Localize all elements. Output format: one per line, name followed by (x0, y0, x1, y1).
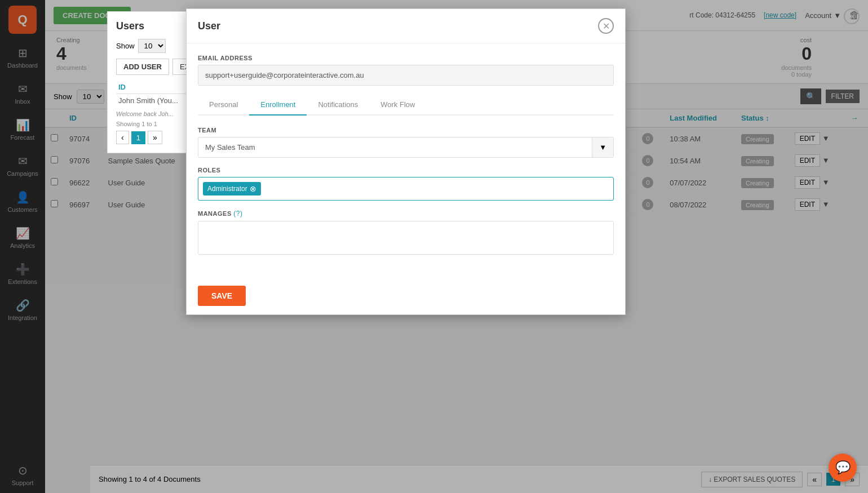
show-label: Show (116, 42, 135, 50)
team-label: TEAM (198, 127, 614, 134)
tab-notifications[interactable]: Notifications (307, 95, 369, 116)
tab-enrollment[interactable]: Enrollment (249, 95, 307, 116)
user-modal: User ✕ EMAIL ADDRESS support+userguide@c… (186, 8, 626, 315)
modal-close-button[interactable]: ✕ (598, 18, 614, 34)
modal-header: User ✕ (187, 9, 625, 43)
team-chevron-icon[interactable]: ▼ (592, 137, 613, 157)
modal-tabs: Personal Enrollment Notifications Work F… (198, 95, 614, 116)
team-section: TEAM My Sales Team ▼ (198, 127, 614, 158)
role-tag-administrator: Administrator ⊗ (203, 182, 261, 196)
support-chat-icon: 💬 (835, 460, 851, 475)
team-value: My Sales Team (198, 137, 592, 157)
email-label: EMAIL ADDRESS (198, 55, 614, 61)
outer-close-button[interactable]: ✕ (844, 8, 860, 24)
users-page-next[interactable]: » (148, 131, 162, 144)
manages-section: MANAGES (?) (198, 210, 614, 255)
manages-box[interactable] (198, 221, 614, 255)
team-select[interactable]: My Sales Team ▼ (198, 137, 614, 158)
role-tag-label: Administrator (207, 185, 247, 193)
email-section: EMAIL ADDRESS support+userguide@corporat… (198, 55, 614, 86)
modal-footer: SAVE (187, 277, 625, 314)
roles-box[interactable]: Administrator ⊗ (198, 177, 614, 201)
role-tag-remove-button[interactable]: ⊗ (250, 184, 256, 193)
support-fab-button[interactable]: 💬 (829, 454, 857, 482)
roles-section: ROLES Administrator ⊗ (198, 167, 614, 201)
modal-body: EMAIL ADDRESS support+userguide@corporat… (187, 43, 625, 277)
save-button[interactable]: SAVE (198, 286, 246, 306)
outer-close-area: ✕ (844, 8, 860, 24)
email-value: support+userguide@corporateinteractive.c… (198, 65, 614, 86)
tab-workflow[interactable]: Work Flow (369, 95, 426, 116)
users-page-current[interactable]: 1 (131, 131, 145, 144)
modal-title: User (198, 20, 220, 32)
users-page-prev[interactable]: ‹ (116, 131, 129, 144)
add-user-button[interactable]: ADD USER (116, 59, 169, 75)
manages-tooltip-icon[interactable]: (?) (233, 210, 242, 217)
manages-label: MANAGES (?) (198, 210, 614, 217)
tab-personal[interactable]: Personal (198, 95, 249, 116)
users-show-select[interactable]: 10 (138, 39, 166, 53)
roles-label: ROLES (198, 167, 614, 174)
